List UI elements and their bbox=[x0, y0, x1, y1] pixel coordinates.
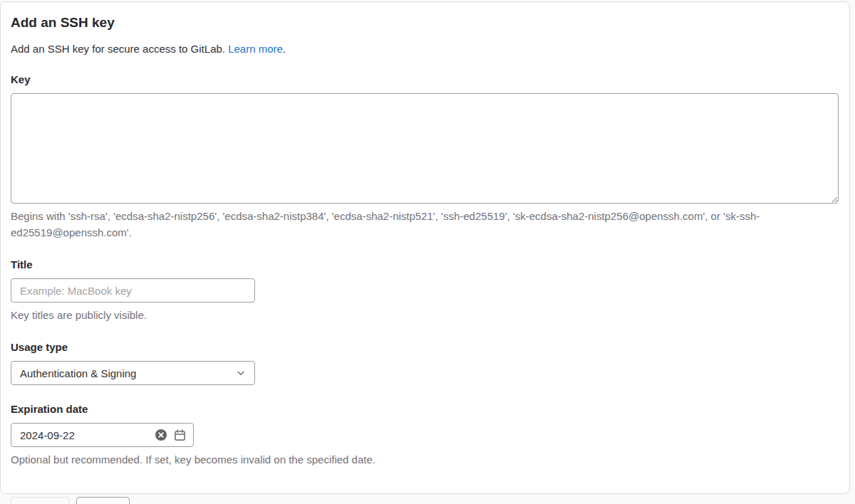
add-ssh-key-panel: Add an SSH key Add an SSH key for secure… bbox=[0, 1, 850, 494]
clear-circle-x-icon bbox=[155, 429, 167, 441]
cancel-button[interactable]: Cancel bbox=[76, 497, 130, 504]
calendar-icon bbox=[174, 429, 186, 441]
title-label: Title bbox=[11, 258, 839, 272]
expiration-date-label: Expiration date bbox=[11, 402, 839, 416]
usage-type-selected-value: Authentication & Signing bbox=[20, 367, 136, 379]
expiration-date-input-wrapper[interactable] bbox=[11, 423, 194, 447]
description-period: . bbox=[283, 43, 286, 55]
usage-type-select[interactable]: Authentication & Signing bbox=[11, 361, 255, 385]
title-field-group: Title Key titles are publicly visible. bbox=[11, 258, 839, 323]
page-description: Add an SSH key for secure access to GitL… bbox=[11, 41, 839, 56]
description-text: Add an SSH key for secure access to GitL… bbox=[11, 43, 228, 55]
expiration-field-group: Expiration date Optiona bbox=[11, 402, 839, 468]
form-actions: Add key Cancel bbox=[11, 497, 839, 504]
expiration-date-input[interactable] bbox=[20, 429, 148, 441]
key-field-group: Key Begins with 'ssh-rsa', 'ecdsa-sha2-n… bbox=[11, 73, 839, 241]
key-help-text: Begins with 'ssh-rsa', 'ecdsa-sha2-nistp… bbox=[11, 208, 839, 241]
usage-type-field-group: Usage type Authentication & Signing bbox=[11, 340, 839, 385]
page-title: Add an SSH key bbox=[11, 14, 839, 31]
usage-type-label: Usage type bbox=[11, 340, 839, 355]
add-key-button[interactable]: Add key bbox=[11, 497, 69, 504]
chevron-down-icon bbox=[236, 368, 246, 378]
title-input[interactable] bbox=[11, 278, 255, 303]
learn-more-link[interactable]: Learn more bbox=[228, 43, 283, 55]
clear-date-button[interactable] bbox=[155, 429, 167, 441]
ssh-key-textarea[interactable] bbox=[11, 93, 839, 204]
title-help-text: Key titles are publicly visible. bbox=[11, 307, 839, 323]
key-label: Key bbox=[11, 73, 839, 87]
expiration-help-text: Optional but recommended. If set, key be… bbox=[11, 451, 839, 468]
